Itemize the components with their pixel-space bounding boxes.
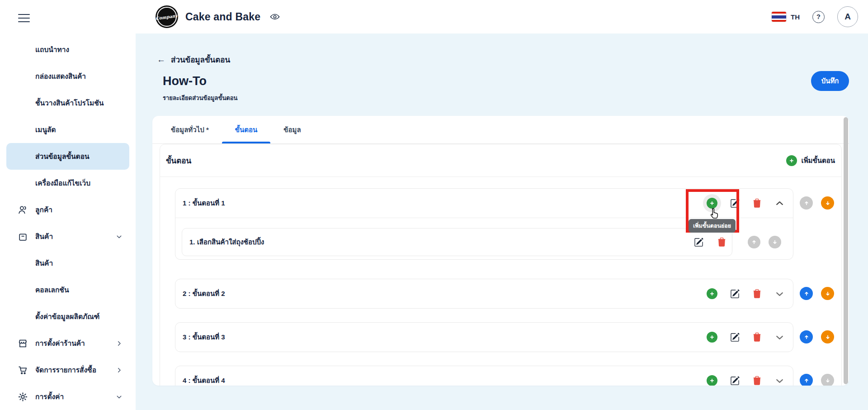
sidebar-item[interactable]: จัดการรายการสั่งซื้อ bbox=[0, 357, 136, 383]
sidebar: แถบนำทางกล่องแสดงสินค้าชั้นวางสินค้าโปรโ… bbox=[0, 0, 136, 410]
help-icon[interactable]: ? bbox=[812, 11, 825, 23]
sidebar-item-label: สินค้า bbox=[35, 231, 53, 242]
store-icon bbox=[17, 338, 28, 349]
content-card: ข้อมูลทั่วไป *ขั้นตอนข้อมูล ขั้นตอน เพิ่… bbox=[152, 116, 849, 386]
sidebar-item[interactable]: สินค้า bbox=[0, 250, 136, 277]
step-label: 1 : ขั้นตอนที่ 1 bbox=[183, 198, 707, 209]
add-step-label: เพิ่มขั้นตอน bbox=[802, 155, 835, 166]
tab[interactable]: ขั้นตอน bbox=[222, 116, 271, 143]
move-step-down-button[interactable] bbox=[821, 374, 834, 386]
plus-icon bbox=[707, 332, 717, 343]
move-step-up-button[interactable] bbox=[800, 374, 813, 386]
sidebar-item-label: คอลเลกชัน bbox=[35, 284, 69, 296]
move-step-up-button[interactable] bbox=[800, 196, 813, 210]
add-substep-button[interactable] bbox=[707, 332, 717, 343]
topbar: Company Cake and Bake TH ? A bbox=[136, 0, 868, 33]
sidebar-item-label: การตั้งค่า bbox=[35, 391, 64, 402]
products-icon bbox=[17, 231, 28, 242]
sidebar-item[interactable]: แถบนำทาง bbox=[0, 36, 136, 63]
edit-step-button[interactable] bbox=[730, 376, 740, 386]
sidebar-item-label: ลูกค้า bbox=[35, 204, 52, 215]
add-substep-button[interactable] bbox=[707, 375, 717, 386]
edit-step-button[interactable] bbox=[730, 333, 740, 342]
move-step-down-button[interactable] bbox=[821, 196, 834, 210]
edit-step-button[interactable] bbox=[730, 289, 740, 299]
preview-eye-icon[interactable] bbox=[269, 11, 280, 22]
main-content: ← ส่วนข้อมูลขั้นตอน How-To บันทึก รายละเ… bbox=[136, 33, 868, 410]
delete-substep-button[interactable] bbox=[717, 238, 726, 247]
sidebar-item-label: การตั้งค่าร้านค้า bbox=[35, 338, 85, 349]
app-window: แถบนำทางกล่องแสดงสินค้าชั้นวางสินค้าโปรโ… bbox=[0, 0, 868, 410]
delete-step-button[interactable] bbox=[752, 333, 762, 342]
step-actions bbox=[707, 375, 785, 386]
edit-step-button[interactable] bbox=[730, 199, 740, 208]
step-header: 1 : ขั้นตอนที่ 1เพิ่มขั้นตอนย่อย bbox=[175, 189, 793, 218]
sidebar-item[interactable]: ลูกค้า bbox=[0, 196, 136, 223]
menu-toggle-button[interactable] bbox=[18, 14, 30, 23]
sidebar-item[interactable]: ชั้นวางสินค้าโปรโมชัน bbox=[0, 90, 136, 116]
tab[interactable]: ข้อมูลทั่วไป * bbox=[158, 116, 222, 143]
add-step-button[interactable]: เพิ่มขั้นตอน bbox=[786, 155, 837, 166]
step-card: 1 : ขั้นตอนที่ 1เพิ่มขั้นตอนย่อย1. เลือก… bbox=[175, 188, 793, 260]
sidebar-item[interactable]: ตั้งค่าข้อมูลผลิตภัณฑ์ bbox=[0, 303, 136, 330]
sidebar-item-label: ส่วนข้อมูลขั้นตอน bbox=[35, 151, 90, 162]
collapse-step-button[interactable] bbox=[774, 198, 785, 209]
move-substep-up-button[interactable] bbox=[748, 236, 760, 248]
steps-list: 1 : ขั้นตอนที่ 1เพิ่มขั้นตอนย่อย1. เลือก… bbox=[160, 177, 841, 386]
expand-step-button[interactable] bbox=[774, 332, 785, 343]
sidebar-item-label: กล่องแสดงสินค้า bbox=[35, 71, 86, 82]
delete-step-button[interactable] bbox=[752, 289, 762, 299]
move-step-down-button[interactable] bbox=[821, 330, 834, 343]
topbar-right: TH ? A bbox=[772, 6, 858, 27]
sidebar-item[interactable]: เมนูลัด bbox=[0, 116, 136, 143]
step-row: 4 : ขั้นตอนที่ 4 bbox=[175, 366, 834, 386]
step-actions: เพิ่มขั้นตอนย่อย bbox=[707, 198, 785, 209]
step-actions bbox=[707, 332, 785, 343]
move-step-up-button[interactable] bbox=[800, 287, 813, 300]
move-step-down-button[interactable] bbox=[821, 287, 834, 300]
sidebar-item[interactable]: การตั้งค่า bbox=[0, 383, 136, 410]
sidebar-item[interactable]: การตั้งค่าร้านค้า bbox=[0, 330, 136, 357]
brand-name: Cake and Bake bbox=[185, 11, 260, 23]
step-row: 3 : ขั้นตอนที่ 3 bbox=[175, 322, 834, 352]
chevron-right-icon bbox=[115, 339, 123, 347]
tab[interactable]: ข้อมูล bbox=[270, 116, 314, 143]
step-header: 3 : ขั้นตอนที่ 3 bbox=[175, 323, 793, 352]
back-label: ส่วนข้อมูลขั้นตอน bbox=[171, 53, 230, 66]
steps-panel: ขั้นตอน เพิ่มขั้นตอน 1 : ขั้นตอนที่ 1เพิ… bbox=[160, 144, 842, 386]
add-substep-button[interactable]: เพิ่มขั้นตอนย่อย bbox=[707, 198, 717, 209]
move-step-up-button[interactable] bbox=[800, 330, 813, 343]
sidebar-item[interactable]: เครื่องมือแก้ไขเว็บ bbox=[0, 170, 136, 196]
sidebar-item[interactable]: สินค้า bbox=[0, 223, 136, 250]
expand-step-button[interactable] bbox=[774, 289, 785, 299]
sidebar-item[interactable]: คอลเลกชัน bbox=[0, 277, 136, 303]
chevron-down-icon bbox=[115, 233, 123, 240]
language-selector[interactable]: TH bbox=[772, 12, 800, 22]
sidebar-item-label: จัดการรายการสั่งซื้อ bbox=[35, 364, 96, 376]
thai-flag-icon bbox=[772, 12, 786, 22]
tab-bar: ข้อมูลทั่วไป *ขั้นตอนข้อมูล bbox=[152, 116, 849, 144]
edit-substep-button[interactable] bbox=[694, 238, 703, 247]
sidebar-nav: แถบนำทางกล่องแสดงสินค้าชั้นวางสินค้าโปรโ… bbox=[0, 36, 136, 410]
save-button[interactable]: บันทึก bbox=[811, 71, 849, 91]
sidebar-item-label: เมนูลัด bbox=[35, 124, 56, 135]
vertical-scrollbar[interactable] bbox=[844, 117, 848, 384]
avatar[interactable]: A bbox=[837, 6, 858, 27]
sidebar-item-label: แถบนำทาง bbox=[35, 44, 69, 55]
company-logo-icon: Company bbox=[156, 5, 178, 28]
settings-icon bbox=[17, 391, 28, 402]
delete-step-button[interactable] bbox=[752, 376, 762, 386]
delete-step-button[interactable] bbox=[752, 199, 762, 208]
move-substep-down-button[interactable] bbox=[769, 236, 781, 248]
step-card: 3 : ขั้นตอนที่ 3 bbox=[175, 322, 793, 352]
orders-icon bbox=[17, 364, 28, 376]
expand-step-button[interactable] bbox=[774, 376, 785, 386]
add-substep-button[interactable] bbox=[707, 288, 717, 299]
sidebar-item[interactable]: ส่วนข้อมูลขั้นตอน bbox=[6, 143, 129, 170]
plus-icon bbox=[786, 155, 797, 166]
step-header: 2 : ขั้นตอนที่ 2 bbox=[175, 279, 793, 308]
sidebar-item[interactable]: กล่องแสดงสินค้า bbox=[0, 63, 136, 90]
back-link[interactable]: ← ส่วนข้อมูลขั้นตอน bbox=[157, 54, 849, 64]
language-code: TH bbox=[791, 13, 800, 21]
step-header: 4 : ขั้นตอนที่ 4 bbox=[175, 366, 793, 386]
